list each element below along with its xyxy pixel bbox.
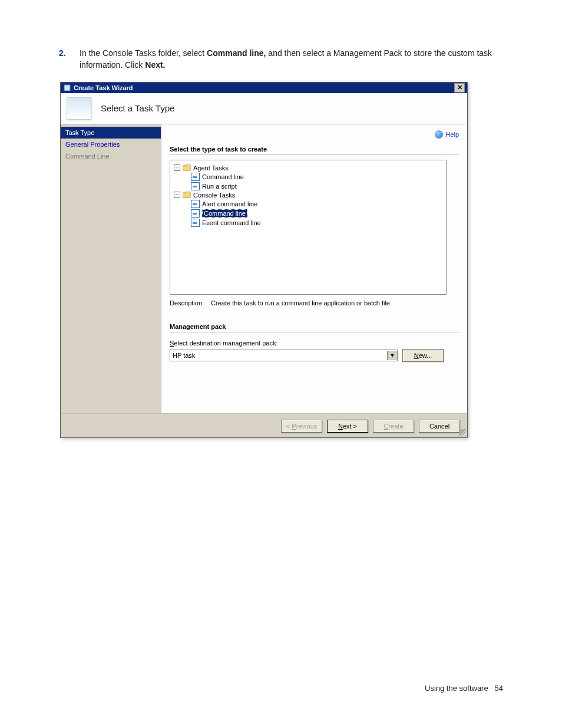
expander-icon[interactable]: – bbox=[174, 192, 180, 198]
wizard-window: Create Task Wizard ✕ Select a Task Type … bbox=[60, 82, 468, 438]
tree-label: Command line bbox=[202, 173, 244, 180]
task-type-tree[interactable]: – Agent Tasks Command line bbox=[170, 160, 447, 295]
document-page: 2. In the Console Tasks folder, select C… bbox=[0, 0, 562, 438]
footer-text: Using the software bbox=[425, 684, 488, 693]
combobox-value: HP task bbox=[170, 352, 387, 359]
management-pack-heading: Management pack bbox=[170, 323, 459, 332]
wizard-steps-sidebar: Task Type General Properties Command Lin… bbox=[61, 124, 161, 413]
close-button[interactable]: ✕ bbox=[454, 83, 465, 93]
title-bar[interactable]: Create Task Wizard ✕ bbox=[61, 83, 467, 93]
tree-node-agent-command-line[interactable]: Command line bbox=[182, 172, 444, 182]
new-management-pack-button[interactable]: New... bbox=[402, 349, 444, 362]
label-rest: elect destination management pack: bbox=[174, 340, 277, 347]
close-icon: ✕ bbox=[457, 84, 462, 91]
step-text-d: Next. bbox=[145, 60, 165, 70]
banner-title: Select a Task Type bbox=[101, 103, 174, 113]
wizard-body: Task Type General Properties Command Lin… bbox=[61, 124, 467, 413]
folder-open-icon bbox=[183, 164, 191, 172]
help-icon bbox=[435, 130, 443, 139]
tree-label: Event command line bbox=[202, 219, 261, 226]
expander-icon[interactable]: – bbox=[174, 164, 180, 171]
label-rest: ew... bbox=[419, 352, 432, 359]
folder-open-icon bbox=[183, 192, 191, 199]
help-link-text: Help bbox=[445, 131, 459, 138]
previous-button: < Previous bbox=[281, 420, 322, 433]
wizard-main: Help Select the type of task to create –… bbox=[161, 124, 467, 413]
tree-label: Console Tasks bbox=[193, 192, 235, 199]
create-button: Create bbox=[373, 420, 414, 433]
description-text: Create this task to run a command line a… bbox=[211, 299, 392, 307]
app-icon bbox=[63, 84, 71, 92]
next-button[interactable]: Next > bbox=[327, 420, 368, 433]
sidebar-step-task-type[interactable]: Task Type bbox=[61, 127, 161, 139]
management-pack-field-label: Select destination management pack: bbox=[170, 340, 459, 347]
cancel-label: Cancel bbox=[429, 423, 449, 430]
svg-rect-0 bbox=[64, 85, 70, 91]
tree-node-agent-run-script[interactable]: Run a script bbox=[182, 182, 444, 191]
label-rest: ext > bbox=[343, 423, 357, 430]
step-text-b: Command line, bbox=[207, 48, 266, 58]
wizard-footer: < Previous Next > Create Cancel bbox=[61, 413, 467, 437]
tree-node-console-event-command-line[interactable]: Event command line bbox=[182, 218, 444, 228]
section-heading: Select the type of task to create bbox=[170, 146, 459, 155]
step-number: 2. bbox=[59, 47, 80, 71]
step-text-a: In the Console Tasks folder, select bbox=[80, 48, 207, 58]
task-icon bbox=[191, 200, 200, 208]
cancel-button[interactable]: Cancel bbox=[419, 420, 460, 433]
label-rest: reate bbox=[388, 423, 403, 430]
tree-label-selected: Command line bbox=[202, 209, 247, 218]
wizard-banner: Select a Task Type bbox=[61, 93, 467, 124]
svg-marker-2 bbox=[183, 192, 190, 197]
task-icon bbox=[191, 182, 200, 190]
tree-label: Agent Tasks bbox=[193, 164, 229, 172]
mnemonic: N bbox=[338, 423, 343, 430]
tree-label: Run a script bbox=[202, 183, 237, 190]
tree-node-console-tasks[interactable]: – Console Tasks bbox=[174, 191, 444, 199]
label-rest: revious bbox=[296, 423, 317, 430]
banner-icon bbox=[67, 97, 91, 120]
description-row: Description: Create this task to run a c… bbox=[170, 299, 459, 307]
sidebar-step-command-line[interactable]: Command Line bbox=[61, 150, 161, 162]
description-label: Description: bbox=[170, 299, 204, 307]
tree-node-console-alert-command-line[interactable]: Alert command line bbox=[182, 199, 444, 209]
numbered-step: 2. In the Console Tasks folder, select C… bbox=[59, 47, 503, 71]
resize-grip-icon[interactable] bbox=[459, 429, 466, 436]
footer-page-number: 54 bbox=[495, 684, 503, 693]
tree-node-console-command-line[interactable]: Command line bbox=[182, 209, 444, 218]
task-icon bbox=[191, 219, 200, 227]
mnemonic: P bbox=[292, 423, 296, 430]
task-icon bbox=[191, 209, 200, 218]
chevron-down-icon[interactable]: ▼ bbox=[387, 351, 397, 360]
mnemonic: N bbox=[414, 352, 419, 359]
task-icon bbox=[191, 173, 200, 181]
tree-label: Alert command line bbox=[202, 200, 257, 207]
sidebar-step-general-properties[interactable]: General Properties bbox=[61, 139, 161, 150]
tree-node-agent-tasks[interactable]: – Agent Tasks bbox=[174, 164, 444, 172]
svg-marker-1 bbox=[183, 164, 190, 170]
management-pack-combobox[interactable]: HP task ▼ bbox=[170, 350, 398, 361]
management-pack-field-row: HP task ▼ New... bbox=[170, 349, 459, 362]
window-title: Create Task Wizard bbox=[71, 84, 454, 91]
step-text: In the Console Tasks folder, select Comm… bbox=[80, 47, 503, 71]
page-footer: Using the software 54 bbox=[425, 684, 503, 693]
help-link[interactable]: Help bbox=[435, 130, 459, 139]
